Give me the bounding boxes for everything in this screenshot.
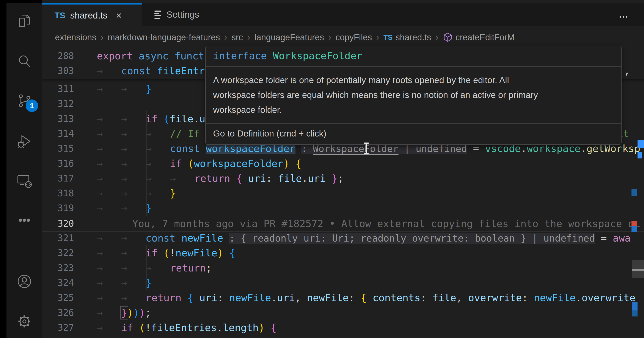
code-text[interactable]: →if (!fileEntries.length) { <box>97 320 644 335</box>
overview-ruler-mark <box>638 140 644 148</box>
code-token: awa <box>613 232 631 244</box>
code-token: : <box>301 143 313 154</box>
code-token: { <box>360 292 367 304</box>
activity-source-control-icon[interactable]: 1 <box>6 88 42 113</box>
code-token: file <box>278 173 302 184</box>
code-text[interactable]: →→} <box>97 201 644 216</box>
breadcrumb-item[interactable]: src <box>232 32 243 42</box>
line-number[interactable]: 327 <box>42 320 74 335</box>
code-text[interactable]: →→return { uri: newFile.uri, newFile: { … <box>97 290 644 305</box>
git-blame-annotation: You, 7 months ago via PR #182572 • Allow… <box>132 218 640 229</box>
inlay-hint-type-link[interactable]: WorkspaceFolder <box>313 143 398 154</box>
code-token: const <box>146 232 175 244</box>
tab-whitespace-arrow: → <box>121 156 146 171</box>
tooltip-signature-token: interface <box>213 50 273 62</box>
code-token: : <box>266 173 272 184</box>
code-text[interactable]: →→} <box>97 275 644 290</box>
tab-whitespace-arrow: → <box>121 231 146 246</box>
line-number[interactable]: 320 <box>42 216 74 231</box>
editor-more-actions-icon[interactable]: ⋯ <box>618 11 630 22</box>
breadcrumb-item[interactable]: extensions <box>55 32 96 42</box>
line-number[interactable]: 319 <box>42 201 74 216</box>
code-text[interactable]: →}))); <box>97 305 644 320</box>
tab-label: shared.ts <box>70 10 108 21</box>
tab-whitespace-arrow: → <box>146 126 170 141</box>
code-token <box>223 292 229 304</box>
activity-settings-icon[interactable] <box>6 309 42 334</box>
code-text[interactable]: You, 7 months ago via PR #182572 • Allow… <box>97 216 644 231</box>
code-token: u <box>199 113 205 125</box>
line-number[interactable]: 288 <box>42 48 74 63</box>
breadcrumb-item[interactable]: markdown-language-features <box>108 32 220 42</box>
tab-whitespace-arrow: → <box>97 231 121 246</box>
breadcrumb-symbol[interactable]: createEditForM <box>456 32 514 42</box>
overview-ruler-mark <box>632 226 637 232</box>
breadcrumb-item[interactable]: copyFiles <box>336 32 372 42</box>
code-line-320: 320You, 7 months ago via PR #182572 • Al… <box>42 216 644 232</box>
code-line-321: 321→→const newFile : { readonly uri: Uri… <box>42 231 644 246</box>
code-token: uri <box>248 173 266 184</box>
activity-explorer-icon[interactable] <box>6 8 42 34</box>
symbol-cube-icon <box>442 32 456 43</box>
tab-shared-ts[interactable]: TS shared.ts × <box>42 3 142 26</box>
tab-settings[interactable]: Settings <box>142 3 241 26</box>
activity-remote-explorer-icon[interactable] <box>6 169 42 193</box>
code-token: uri <box>199 292 217 304</box>
breadcrumb-separator: › <box>436 32 438 42</box>
line-number[interactable]: 313 <box>42 111 74 126</box>
code-token <box>133 322 139 334</box>
code-text[interactable]: →→→return; <box>97 261 644 276</box>
code-token <box>326 173 332 184</box>
code-token: contents <box>373 292 420 304</box>
go-to-definition-link[interactable]: Go to Definition (cmd + click) <box>206 124 621 144</box>
line-number[interactable]: 322 <box>42 245 74 261</box>
line-number[interactable]: 325 <box>42 290 74 305</box>
code-text[interactable]: →→→→return { uri: file.uri }; <box>97 171 644 186</box>
line-number[interactable]: 314 <box>42 126 74 141</box>
line-number[interactable]: 303 <box>42 63 74 78</box>
code-line-319: 319→→} <box>42 201 644 216</box>
tab-whitespace-arrow: → <box>121 201 146 216</box>
code-token: . <box>217 322 223 334</box>
tab-whitespace-arrow: → <box>97 81 121 96</box>
line-number[interactable]: 311 <box>42 81 74 96</box>
close-icon[interactable]: × <box>116 10 122 21</box>
code-token: } <box>146 83 152 95</box>
line-number[interactable]: 317 <box>42 171 74 186</box>
tab-whitespace-arrow: → <box>170 171 194 186</box>
tab-whitespace-arrow: → <box>97 275 121 290</box>
code-text[interactable]: →→const newFile : { readonly uri: Uri; r… <box>97 231 644 246</box>
code-token: ; <box>145 307 151 319</box>
code-token: // If <box>170 128 200 140</box>
activity-bar: 1 <box>6 3 42 338</box>
code-text[interactable]: →→if (!newFile) { <box>97 245 644 261</box>
tab-whitespace-arrow: → <box>121 126 146 141</box>
line-number[interactable]: 312 <box>42 96 74 111</box>
line-number[interactable]: 324 <box>42 275 74 290</box>
code-token <box>158 247 164 259</box>
activity-run-debug-icon[interactable] <box>6 129 42 154</box>
code-token: : <box>420 292 426 304</box>
code-token: fileEntries <box>151 322 217 334</box>
activity-account-icon[interactable] <box>6 269 42 294</box>
activity-more-views-icon[interactable] <box>6 208 42 233</box>
line-number[interactable]: 323 <box>42 261 74 276</box>
code-token: ( <box>164 247 170 259</box>
code-text[interactable]: →→→if (workspaceFolder) { <box>97 156 644 171</box>
code-token <box>223 247 229 259</box>
line-number[interactable]: 315 <box>42 141 74 156</box>
line-number[interactable]: 326 <box>42 305 74 320</box>
tab-whitespace-arrow: → <box>121 111 146 126</box>
activity-search-icon[interactable] <box>6 49 42 74</box>
line-number[interactable]: 316 <box>42 156 74 171</box>
tab-whitespace-arrow: → <box>97 261 121 276</box>
overview-ruler-mark <box>632 302 638 311</box>
code-token: ) <box>217 247 223 259</box>
breadcrumb-separator: › <box>376 32 379 42</box>
code-text[interactable]: →→→} <box>97 186 644 201</box>
breadcrumb-file[interactable]: shared.ts <box>396 32 431 42</box>
line-number[interactable]: 318 <box>42 186 74 201</box>
line-number[interactable]: 321 <box>42 231 74 246</box>
code-token <box>230 173 236 184</box>
breadcrumb-item[interactable]: languageFeatures <box>254 32 324 42</box>
